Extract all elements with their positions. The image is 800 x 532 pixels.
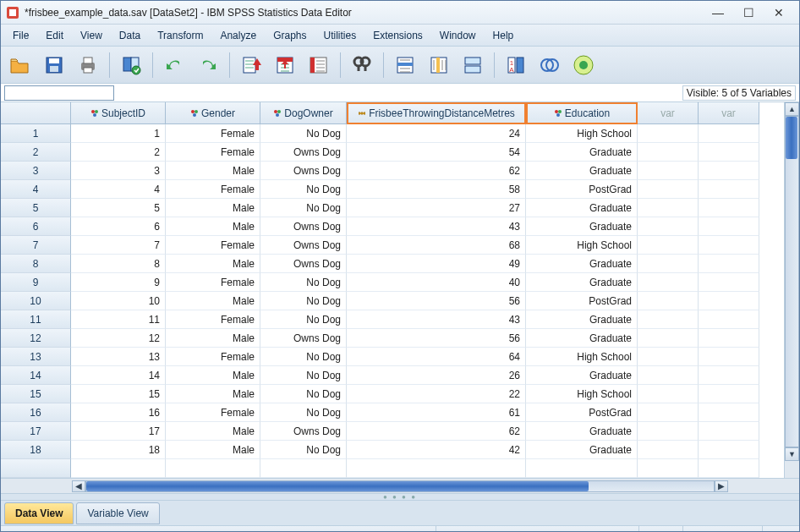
data-cell[interactable]: 12 xyxy=(71,329,166,348)
data-cell[interactable]: No Dog xyxy=(260,310,347,329)
data-cell[interactable]: 26 xyxy=(347,366,526,385)
data-cell-empty[interactable] xyxy=(638,310,699,329)
data-cell[interactable]: 4 xyxy=(71,180,166,199)
maximize-button[interactable]: ☐ xyxy=(733,3,764,22)
row-header[interactable]: 4 xyxy=(1,180,71,199)
data-cell-empty[interactable] xyxy=(699,385,759,403)
data-cell[interactable]: 10 xyxy=(71,292,166,310)
data-cell-empty[interactable] xyxy=(166,459,260,478)
data-cell[interactable]: 68 xyxy=(347,236,526,255)
data-cell[interactable]: Graduate xyxy=(526,162,638,180)
data-cell-empty[interactable] xyxy=(638,143,699,162)
open-file-button[interactable] xyxy=(6,51,35,80)
column-header-empty[interactable]: var xyxy=(638,102,699,124)
data-cell-empty[interactable] xyxy=(526,459,638,478)
data-cell-empty[interactable] xyxy=(699,348,759,366)
data-cell-empty[interactable] xyxy=(638,162,699,180)
menu-file[interactable]: File xyxy=(4,26,37,45)
data-cell[interactable]: 3 xyxy=(71,162,166,180)
data-cell[interactable]: Female xyxy=(166,180,260,199)
data-cell-empty[interactable] xyxy=(699,143,759,162)
data-cell[interactable]: Owns Dog xyxy=(260,162,347,180)
save-button[interactable] xyxy=(40,51,68,80)
data-cell-empty[interactable] xyxy=(638,199,699,217)
data-cell[interactable]: 8 xyxy=(71,255,166,273)
data-cell[interactable]: 58 xyxy=(347,180,526,199)
data-cell[interactable]: 9 xyxy=(71,273,166,292)
data-cell-empty[interactable] xyxy=(347,459,526,478)
data-cell-empty[interactable] xyxy=(638,180,699,199)
data-cell[interactable]: 27 xyxy=(347,199,526,217)
data-cell[interactable]: Graduate xyxy=(526,217,638,236)
vscroll-track[interactable] xyxy=(785,116,799,447)
row-header[interactable]: 15 xyxy=(1,385,71,403)
menu-view[interactable]: View xyxy=(72,26,111,45)
data-cell[interactable]: No Dog xyxy=(260,292,347,310)
row-header[interactable]: 16 xyxy=(1,403,71,422)
data-cell[interactable]: 43 xyxy=(347,217,526,236)
data-cell[interactable]: Male xyxy=(166,441,260,459)
menu-help[interactable]: Help xyxy=(485,26,523,45)
menu-utilities[interactable]: Utilities xyxy=(315,26,364,45)
data-cell-empty[interactable] xyxy=(699,180,759,199)
menu-graphs[interactable]: Graphs xyxy=(265,26,315,45)
data-cell[interactable]: 61 xyxy=(347,403,526,422)
data-cell[interactable]: Owns Dog xyxy=(260,255,347,273)
split-file-button[interactable] xyxy=(458,51,487,80)
data-cell[interactable]: Female xyxy=(166,143,260,162)
goto-variable-button[interactable] xyxy=(271,51,299,80)
row-header[interactable]: 3 xyxy=(1,162,71,180)
data-cell[interactable]: Owns Dog xyxy=(260,236,347,255)
menu-edit[interactable]: Edit xyxy=(37,26,72,45)
row-header[interactable]: 9 xyxy=(1,273,71,292)
data-cell[interactable]: PostGrad xyxy=(526,292,638,310)
data-cell[interactable]: Owns Dog xyxy=(260,329,347,348)
data-cell-empty[interactable] xyxy=(699,124,759,143)
row-header[interactable]: 7 xyxy=(1,236,71,255)
data-cell[interactable]: 40 xyxy=(347,273,526,292)
data-cell[interactable]: Female xyxy=(166,273,260,292)
data-cell[interactable]: 56 xyxy=(347,292,526,310)
goto-case-button[interactable] xyxy=(237,51,266,80)
data-cell[interactable]: No Dog xyxy=(260,199,347,217)
data-cell[interactable]: 22 xyxy=(347,385,526,403)
data-cell-empty[interactable] xyxy=(638,217,699,236)
data-cell[interactable]: 7 xyxy=(71,236,166,255)
data-cell[interactable]: 64 xyxy=(347,348,526,366)
data-cell[interactable]: 24 xyxy=(347,124,526,143)
print-button[interactable] xyxy=(74,51,102,80)
data-cell[interactable]: Male xyxy=(166,385,260,403)
data-cell-empty[interactable] xyxy=(699,422,759,441)
data-cell-empty[interactable] xyxy=(638,422,699,441)
find-button[interactable] xyxy=(348,51,376,80)
data-cell[interactable]: Male xyxy=(166,422,260,441)
row-header[interactable]: 1 xyxy=(1,124,71,143)
data-cell[interactable]: Female xyxy=(166,403,260,422)
data-cell-empty[interactable] xyxy=(699,403,759,422)
data-cell[interactable]: Graduate xyxy=(526,422,638,441)
scroll-left-arrow[interactable]: ◀ xyxy=(72,480,85,492)
data-cell[interactable]: Male xyxy=(166,366,260,385)
data-cell[interactable]: No Dog xyxy=(260,441,347,459)
data-cell[interactable]: PostGrad xyxy=(526,403,638,422)
data-cell[interactable]: High School xyxy=(526,236,638,255)
row-header[interactable]: 12 xyxy=(1,329,71,348)
data-cell[interactable]: Graduate xyxy=(526,310,638,329)
data-cell[interactable]: No Dog xyxy=(260,366,347,385)
data-cell-empty[interactable] xyxy=(699,162,759,180)
data-cell[interactable]: No Dog xyxy=(260,180,347,199)
data-cell-empty[interactable] xyxy=(699,366,759,385)
data-cell-empty[interactable] xyxy=(638,441,699,459)
row-header[interactable]: 13 xyxy=(1,348,71,366)
data-cell[interactable]: PostGrad xyxy=(526,180,638,199)
data-cell-empty[interactable] xyxy=(699,329,759,348)
tab-variable-view[interactable]: Variable View xyxy=(76,502,159,524)
tab-data-view[interactable]: Data View xyxy=(4,502,74,524)
data-cell-empty[interactable] xyxy=(638,459,699,478)
row-header[interactable]: 14 xyxy=(1,366,71,385)
data-cell[interactable]: Female xyxy=(166,348,260,366)
data-cell[interactable]: Graduate xyxy=(526,441,638,459)
menu-extensions[interactable]: Extensions xyxy=(364,26,431,45)
undo-button[interactable] xyxy=(160,51,189,80)
data-cell[interactable]: High School xyxy=(526,385,638,403)
